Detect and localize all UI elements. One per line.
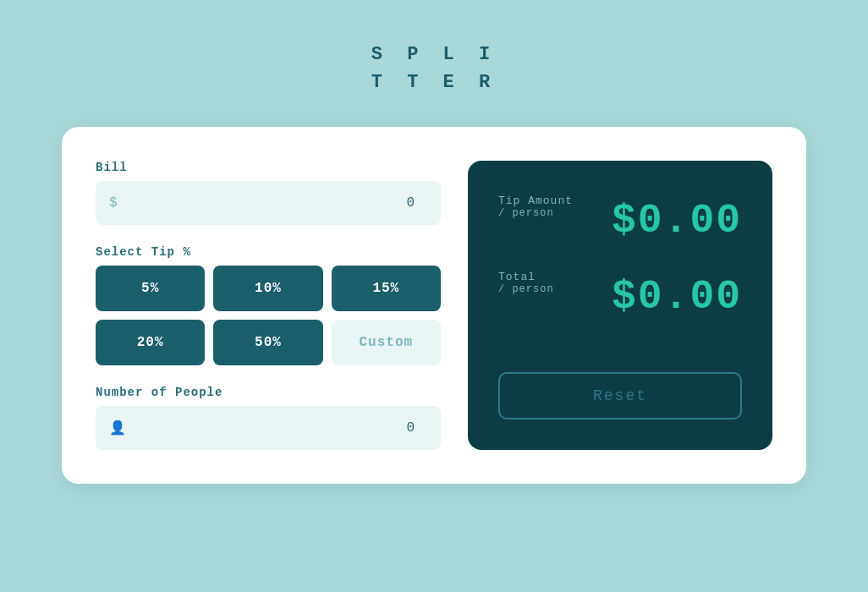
tip-50-button[interactable]: 50% <box>213 320 322 365</box>
tip-10-button[interactable]: 10% <box>213 266 322 311</box>
total-label: Total <box>498 271 554 283</box>
bill-section: Bill $ <box>96 161 441 225</box>
results-area: Tip Amount / person $0.00 Total / person… <box>498 195 742 347</box>
tip-buttons-grid: 5% 10% 15% 20% 50% Custom <box>96 266 441 365</box>
tip-5-button[interactable]: 5% <box>96 266 205 311</box>
people-input[interactable] <box>126 420 427 436</box>
tip-20-button[interactable]: 20% <box>96 320 205 365</box>
app-title: S P L I T T E R <box>371 41 497 96</box>
total-sub: / person <box>498 283 554 295</box>
bill-input-wrapper: $ <box>96 181 441 225</box>
tip-label: Select Tip % <box>96 245 441 259</box>
person-icon: 👤 <box>109 419 126 436</box>
right-panel: Tip Amount / person $0.00 Total / person… <box>468 161 772 450</box>
tip-amount-value: $0.00 <box>612 198 742 244</box>
people-section: Number of People 👤 <box>96 386 441 450</box>
bill-label: Bill <box>96 161 441 174</box>
tip-15-button[interactable]: 15% <box>332 266 441 311</box>
people-label: Number of People <box>96 386 441 399</box>
total-value: $0.00 <box>612 274 742 320</box>
tip-amount-section: Tip Amount / person $0.00 <box>498 195 742 244</box>
tip-amount-sub: / person <box>498 207 573 219</box>
total-section: Total / person $0.00 <box>498 271 742 320</box>
dollar-icon: $ <box>109 195 118 211</box>
left-panel: Bill $ Select Tip % 5% 10% 15% 20% 50% C… <box>96 161 441 450</box>
tip-section: Select Tip % 5% 10% 15% 20% 50% Custom <box>96 245 441 365</box>
main-card: Bill $ Select Tip % 5% 10% 15% 20% 50% C… <box>62 127 806 484</box>
tip-custom-button[interactable]: Custom <box>332 320 441 365</box>
people-input-wrapper: 👤 <box>96 406 441 450</box>
bill-input[interactable] <box>124 195 427 211</box>
tip-amount-label: Tip Amount <box>498 195 573 207</box>
reset-button[interactable]: Reset <box>498 372 742 419</box>
